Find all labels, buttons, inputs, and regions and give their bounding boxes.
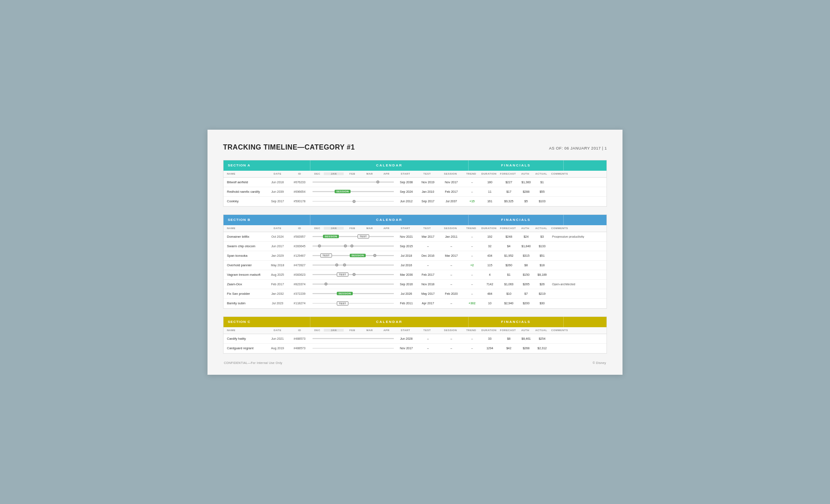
table-row: Swarm chip otocom Jun 2017 #283645 Sep 2… [223, 242, 607, 251]
section-C: SECTION C CALENDAR FINANCIALS NAME DATE … [223, 316, 607, 354]
footer-confidential: CONFIDENTIAL—For Internal Use Only [224, 361, 282, 364]
section-calendar-A: CALENDAR [310, 160, 468, 171]
section-comments-header-B [563, 215, 607, 225]
table-row: Bamity subin Jul 2023 #118274 TEST Feb 2… [223, 299, 607, 308]
section-financials-C: FINANCIALS [468, 317, 563, 327]
section-label-C: SECTION C [223, 317, 310, 327]
table-row: Zaam-Dox Feb 2017 #823374 Sep 2016 Nov 2… [223, 280, 607, 289]
section-calendar-C: CALENDAR [310, 317, 468, 327]
section-label-A: SECTION A [223, 160, 310, 171]
table-row: Fix San prodder Jan 2032 #372239 SESSION… [223, 289, 607, 299]
table-row: Cardguard regrant Aug 2019 #488573 Nov 2… [223, 344, 607, 353]
section-financials-B: FINANCIALS [468, 215, 563, 225]
page-meta: AS OF: 06 JANUARY 2017 | 1 [549, 146, 607, 150]
page: TRACKING TIMELINE—CATEGORY #1 AS OF: 06 … [208, 130, 622, 375]
table-row: Span konsoka Jan 2029 #129467 TESTSESSIO… [223, 251, 607, 261]
section-B: SECTION B CALENDAR FINANCIALS NAME DATE … [223, 214, 607, 309]
page-header: TRACKING TIMELINE—CATEGORY #1 AS OF: 06 … [223, 144, 607, 151]
section-label-B: SECTION B [223, 215, 310, 225]
section-A: SECTION A CALENDAR FINANCIALS NAME DATE … [223, 160, 607, 207]
section-comments-header-A [563, 160, 607, 171]
table-row: Domainer bitflix Oct 2024 #583957 SESSIO… [223, 232, 607, 242]
section-financials-A: FINANCIALS [468, 160, 563, 171]
section-comments-header-C [563, 317, 607, 327]
table-row: Bitwolf aerfield Jun 2018 #676233 Sep 20… [223, 178, 607, 187]
table-row: Cardify hatity Jun 2021 #488573 Jun 2028… [223, 334, 607, 344]
footer: CONFIDENTIAL—For Internal Use Only © Dis… [223, 361, 607, 364]
section-calendar-B: CALENDAR [310, 215, 468, 225]
table-row: Vagram tresom matsoft Aug 2025 #083623 T… [223, 270, 607, 280]
table-row: Cookley Sep 2017 #500178 Jun 2012 Sep 20… [223, 197, 607, 206]
footer-copyright: © Disney [593, 361, 606, 364]
table-row: Overhold pannier May 2018 #473927 Jul 20… [223, 261, 607, 270]
table-row: Redhold namfix cardify Jun 2039 #696654 … [223, 187, 607, 197]
page-title: TRACKING TIMELINE—CATEGORY #1 [223, 144, 355, 151]
